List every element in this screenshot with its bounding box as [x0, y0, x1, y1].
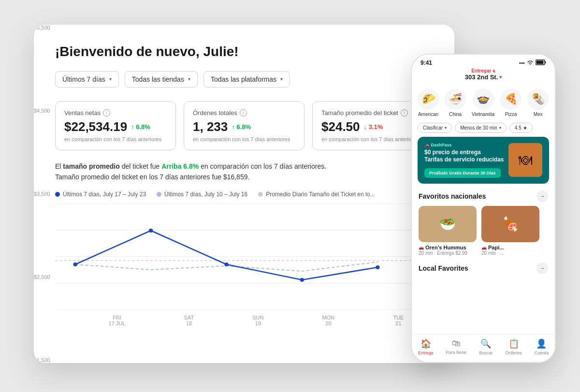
xaxis-item: TUE 21 — [393, 315, 404, 326]
battery-icon — [536, 59, 546, 66]
xaxis-item: SUN 19 — [252, 315, 263, 326]
svg-point-10 — [376, 265, 379, 269]
category-item-vietnamese[interactable]: 🍲 Vietnamita — [472, 88, 494, 117]
chart-svg-wrapper: FRI 17 JUL SAT 18 SUN 19 MON 20 — [55, 203, 433, 326]
status-icons: ▪▪▪ — [519, 59, 546, 66]
phone-status-bar: 9:41 ▪▪▪ — [412, 55, 555, 68]
chart-yaxis: $5,500 $4,500 $3,500 $2,500 $1,500 — [34, 25, 58, 363]
info-icon: i — [240, 109, 247, 116]
restaurant-card-orens[interactable]: 🥗 🚗 Oren's Hummus 20 min · Entrega $2.99 — [419, 206, 477, 256]
category-icon-american: 🌮 — [418, 88, 439, 110]
chevron-down-icon: ▾ — [109, 76, 112, 82]
platforms-filter[interactable]: Todas las plataformas ▾ — [203, 71, 290, 87]
legend-dot-prev — [157, 192, 161, 197]
time-filter-pill[interactable]: Menos de 30 min ▾ — [455, 123, 507, 133]
metric-label: Órdenes totales i — [193, 109, 295, 116]
svg-rect-13 — [536, 60, 544, 64]
dashpass-banner: 🚗 DashPass $0 precio de entrega Tarifas … — [418, 137, 549, 184]
category-item-pizza[interactable]: 🍕 Pizza — [500, 88, 522, 117]
svg-point-9 — [300, 278, 304, 282]
account-icon: 👤 — [536, 338, 547, 349]
deliver-label: Entregar a — [412, 68, 555, 73]
sort-filter[interactable]: Clasificar ▾ — [418, 123, 452, 133]
dashpass-label: 🚗 DashPass — [424, 143, 508, 147]
chevron-down-icon: ▾ — [280, 76, 283, 82]
restaurant-card-papi[interactable]: 🍖 🚗 Papi... 20 min · ... — [481, 206, 539, 256]
info-icon: i — [401, 109, 408, 116]
nav-item-buscar[interactable]: 🔍 Buscar — [479, 338, 493, 355]
phone-card: 9:41 ▪▪▪ — [411, 54, 556, 363]
stores-filter[interactable]: Todas las tiendas ▾ — [125, 71, 198, 87]
local-favorites-header: Local Favorites → — [412, 261, 555, 278]
page-title: ¡Bienvenido de nuevo, Julie! — [55, 44, 433, 59]
rating-filter[interactable]: 4.5 ★ — [509, 123, 533, 133]
dashpass-text: $0 precio de entrega Tarifas de servicio… — [424, 149, 508, 164]
legend-item-avg: Promedio Diario Tamaño del Ticket en lo.… — [258, 191, 375, 198]
orders-icon: 📋 — [508, 338, 519, 349]
category-icon-vietnamese: 🍲 — [473, 88, 494, 110]
metric-value: 1, 233 ↑ 6.8% — [193, 119, 295, 134]
legend-item-prev: Últimos 7 días, July 10 – July 16 — [157, 191, 247, 198]
section-title-local: Local Favorites — [419, 264, 468, 272]
category-item-mex[interactable]: 🌯 Mex — [527, 88, 549, 117]
dashpass-image: 🍽 — [508, 143, 542, 177]
chart-legend: Últimos 7 días, July 17 – July 23 Último… — [55, 191, 433, 198]
restaurant-meta: 20 min · Entrega $2.99 — [419, 250, 477, 256]
svg-point-8 — [224, 262, 228, 266]
restaurant-meta: 20 min · ... — [481, 250, 539, 256]
dashpass-cta-button[interactable]: Pruébalo Gratis Durante 30 Días — [424, 168, 501, 178]
restaurant-name: 🚗 Papi... — [481, 245, 539, 250]
national-favorites-header: Favoritos nacionales → — [412, 189, 555, 206]
nav-item-entrega[interactable]: 🏠 Entrega — [418, 338, 434, 355]
phone-filter-bar: Clasificar ▾ Menos de 30 min ▾ 4.5 ★ — [412, 121, 555, 137]
doordash-icon: 🚗 — [481, 245, 487, 250]
wifi-icon — [527, 60, 534, 66]
category-icon-mex: 🌯 — [527, 88, 549, 110]
dashpass-content: 🚗 DashPass $0 precio de entrega Tarifas … — [424, 143, 508, 178]
categories-scroll[interactable]: 🌮 American 🍜 China 🍲 Vietnamita 🍕 Pizza … — [412, 85, 555, 121]
info-icon: i — [103, 109, 110, 116]
metric-sublabel: en comparación con los 7 días anteriores — [193, 136, 295, 142]
metric-value: $22,534.19 ↑ 6.8% — [64, 119, 167, 134]
phone-header: Entregar a 303 2nd St. ▾ — [412, 68, 555, 85]
metrics-row: Ventas netas i $22,534.19 ↑ 6.8% en comp… — [55, 101, 433, 150]
category-icon-china: 🍜 — [445, 88, 466, 110]
restaurant-name: 🚗 Oren's Hummus — [419, 245, 477, 250]
category-item-china[interactable]: 🍜 China — [445, 88, 466, 117]
chevron-down-icon: ▾ — [499, 74, 502, 80]
category-icon-pizza: 🍕 — [500, 88, 522, 110]
chevron-down-icon: ▾ — [499, 126, 501, 130]
svg-point-7 — [149, 229, 153, 232]
metric-card-net-sales: Ventas netas i $22,534.19 ↑ 6.8% en comp… — [55, 101, 176, 150]
metric-change: ↓ 3.1% — [364, 123, 383, 131]
section-arrow[interactable]: → — [536, 262, 548, 274]
search-icon: 🔍 — [480, 338, 491, 349]
dashboard-card: ¡Bienvenido de nuevo, Julie! Últimos 7 d… — [34, 25, 454, 363]
phone-nav: 🏠 Entrega 🛍 Para llevar 🔍 Buscar 📋 Órden… — [412, 334, 555, 362]
doordash-icon: 🚗 — [419, 245, 424, 250]
signal-icon: ▪▪▪ — [519, 60, 525, 66]
metric-sublabel: en comparación con los 7 días anteriores — [321, 136, 424, 142]
restaurant-image: 🍖 — [481, 206, 539, 242]
metric-label: Tamaño promedio del ticket i — [321, 109, 424, 116]
nav-item-cuenta[interactable]: 👤 Cuenta — [535, 338, 549, 355]
legend-item-current: Últimos 7 días, July 17 – July 23 — [55, 191, 146, 198]
nav-item-ordenes[interactable]: 📋 Órdenes — [505, 338, 522, 355]
filters-row: Últimos 7 días ▾ Todas las tiendas ▾ Tod… — [55, 71, 433, 87]
nav-item-para-llevar[interactable]: 🛍 Para llevar — [446, 338, 466, 355]
home-icon: 🏠 — [420, 338, 431, 349]
address-display[interactable]: 303 2nd St. ▾ — [412, 73, 555, 81]
restaurant-row-national: 🥗 🚗 Oren's Hummus 20 min · Entrega $2.99… — [412, 206, 555, 261]
time-filter[interactable]: Últimos 7 días ▾ — [55, 71, 119, 87]
svg-rect-12 — [545, 61, 546, 63]
section-arrow[interactable]: → — [536, 190, 548, 202]
restaurant-image: 🥗 — [419, 206, 477, 242]
metric-change: ↑ 6.8% — [232, 123, 251, 131]
metric-card-orders: Órdenes totales i 1, 233 ↑ 6.8% en compa… — [184, 101, 304, 150]
time-display: 9:41 — [420, 59, 432, 66]
category-item-american[interactable]: 🌮 American — [418, 88, 439, 117]
svg-point-6 — [73, 262, 77, 266]
metric-label: Ventas netas i — [64, 109, 167, 116]
metric-value: $24.50 ↓ 3.1% — [321, 119, 424, 134]
insight-text: El tamaño promedio del ticket fue Arriba… — [55, 161, 433, 183]
